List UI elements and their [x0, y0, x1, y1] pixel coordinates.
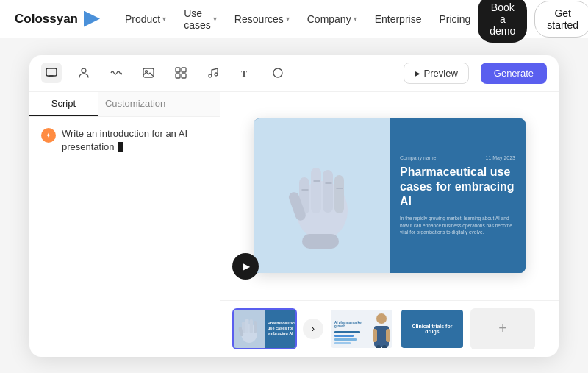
svg-rect-15 — [323, 170, 333, 213]
nav-label-product: Product — [125, 13, 160, 25]
slide-subtitle: In the rapidly growing market, learning … — [400, 215, 515, 236]
filmstrip: Pharmaceutical use cases for embracing A… — [220, 300, 559, 357]
play-button[interactable] — [232, 253, 259, 280]
nav-item-resources[interactable]: Resources ▾ — [227, 9, 297, 29]
chevron-down-icon: ▾ — [213, 15, 217, 23]
person-icon[interactable] — [74, 63, 94, 83]
svg-rect-25 — [245, 319, 249, 333]
script-content: Write an introduction for an AI presenta… — [62, 128, 187, 152]
left-panel: Script Customization Write an introducti… — [29, 92, 220, 357]
slide-content-area: Company name 11 May 2023 Pharmaceutical … — [390, 118, 526, 273]
chat-bubble-icon[interactable] — [41, 63, 62, 83]
ai-icon — [41, 128, 56, 143]
editor-body: Script Customization Write an introducti… — [29, 92, 559, 357]
svg-rect-31 — [373, 329, 377, 342]
tab-bar: Script Customization — [29, 92, 220, 117]
navbar: Colossyan Product ▾ Use cases ▾ Resource… — [0, 0, 588, 38]
slide-company: Company name — [400, 155, 436, 160]
nav-item-product[interactable]: Product ▾ — [118, 9, 173, 29]
nav-label-resources: Resources — [234, 13, 284, 25]
robot-hand-image — [282, 137, 362, 255]
text-cursor — [118, 142, 123, 152]
chevron-down-icon: ▾ — [354, 15, 357, 23]
main-area: T ▶ Preview Generate Script Cu — [0, 38, 588, 373]
get-started-button[interactable]: Get started — [534, 1, 588, 38]
svg-rect-22 — [302, 234, 339, 249]
preview-button[interactable]: ▶ Preview — [404, 63, 469, 84]
text-icon[interactable]: T — [235, 63, 256, 83]
slide: Company name 11 May 2023 Pharmaceutical … — [254, 118, 526, 273]
right-panel: Company name 11 May 2023 Pharmaceutical … — [220, 92, 559, 357]
book-demo-button[interactable]: Book a demo — [478, 0, 527, 43]
wave-icon[interactable] — [106, 63, 126, 83]
slide-main: Company name 11 May 2023 Pharmaceutical … — [220, 92, 559, 300]
nav-item-use-cases[interactable]: Use cases ▾ — [176, 3, 224, 35]
play-icon: ▶ — [415, 69, 420, 77]
music-icon[interactable] — [203, 63, 223, 83]
svg-rect-0 — [46, 68, 57, 76]
svg-rect-2 — [143, 68, 154, 77]
slide-image-area — [254, 118, 390, 273]
filmstrip-thumb-3[interactable]: Clinical trials for drugs — [400, 308, 465, 349]
grid-icon[interactable] — [171, 63, 191, 83]
svg-text:T: T — [241, 68, 247, 79]
tab-script[interactable]: Script — [29, 92, 98, 116]
tab-customization-label: Customization — [105, 98, 165, 109]
nav-label-enterprise: Enterprise — [375, 13, 422, 25]
preview-label: Preview — [424, 68, 458, 79]
script-area: Write an introduction for an AI presenta… — [29, 117, 220, 357]
nav-links: Product ▾ Use cases ▾ Resources ▾ Compan… — [118, 3, 478, 35]
circle-icon[interactable] — [268, 63, 288, 83]
nav-label-use-cases: Use cases — [184, 7, 211, 31]
generate-button[interactable]: Generate — [481, 63, 547, 84]
nav-item-company[interactable]: Company ▾ — [300, 9, 365, 29]
logo-icon — [84, 11, 100, 27]
logo[interactable]: Colossyan — [15, 11, 100, 27]
nav-label-company: Company — [307, 13, 351, 25]
nav-item-enterprise[interactable]: Enterprise — [368, 9, 429, 29]
tab-script-label: Script — [51, 98, 76, 109]
svg-rect-27 — [254, 321, 257, 333]
chevron-down-icon: ▾ — [286, 15, 290, 23]
nav-actions: Book a demo Get started — [478, 0, 588, 43]
svg-rect-5 — [182, 68, 186, 72]
nav-item-pricing[interactable]: Pricing — [431, 9, 478, 29]
filmstrip-nav-arrow[interactable]: › — [303, 319, 323, 339]
svg-point-9 — [215, 73, 218, 76]
chevron-down-icon: ▾ — [162, 15, 166, 23]
add-slide-button[interactable]: + — [470, 308, 535, 349]
svg-rect-7 — [182, 74, 186, 78]
logo-text: Colossyan — [15, 12, 78, 26]
svg-rect-6 — [176, 74, 180, 78]
nav-label-pricing: Pricing — [439, 13, 470, 25]
image-icon[interactable] — [138, 63, 159, 83]
svg-point-8 — [209, 74, 212, 77]
toolbar: T ▶ Preview Generate — [29, 55, 559, 92]
slide-title: Pharmaceutical use cases for embracing A… — [400, 165, 515, 209]
svg-rect-16 — [334, 175, 344, 213]
thumb-3-label: Clinical trials for drugs — [401, 319, 463, 338]
filmstrip-thumb-1[interactable]: Pharmaceutical use cases for embracing A… — [232, 308, 297, 349]
tab-extra — [173, 92, 220, 116]
svg-rect-14 — [311, 168, 321, 213]
svg-rect-26 — [250, 319, 254, 333]
slide-date: 11 May 2023 — [486, 155, 515, 160]
svg-point-11 — [273, 68, 282, 77]
tab-customization[interactable]: Customization — [98, 92, 173, 116]
script-text[interactable]: Write an introduction for an AI presenta… — [62, 127, 208, 154]
editor-card: T ▶ Preview Generate Script Cu — [29, 55, 559, 357]
filmstrip-thumb-2[interactable]: AI pharma market growth — [329, 308, 394, 349]
svg-point-29 — [376, 313, 387, 324]
script-input-row: Write an introduction for an AI presenta… — [41, 127, 208, 154]
svg-rect-32 — [386, 329, 390, 342]
svg-rect-4 — [176, 68, 180, 72]
svg-point-1 — [82, 68, 86, 73]
